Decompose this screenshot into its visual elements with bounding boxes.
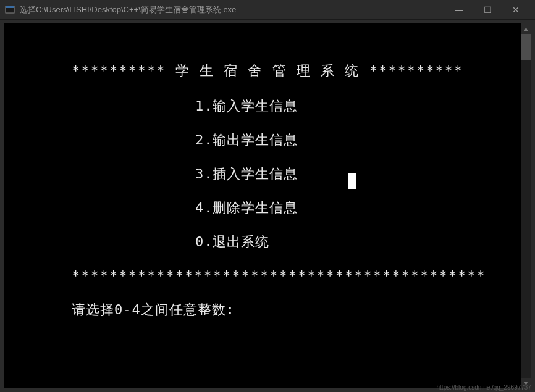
text-cursor xyxy=(348,173,356,189)
scrollbar-thumb[interactable] xyxy=(521,34,531,60)
close-button[interactable]: ✕ xyxy=(502,0,530,20)
menu-item-0: 0.退出系统 xyxy=(4,231,531,252)
window-controls: — ☐ ✕ xyxy=(445,0,530,20)
menu-item-2: 2.输出学生信息 xyxy=(4,130,531,150)
menu-footer: ****************************************… xyxy=(4,265,531,286)
menu-item-3: 3.插入学生信息 xyxy=(4,164,298,184)
console-window: 选择C:\Users\LISHI\Desktop\C++\简易学生宿舍管理系统.… xyxy=(0,0,535,392)
watermark: https://blog.csdn.net/qq_29697737 xyxy=(437,384,531,391)
svg-rect-1 xyxy=(6,6,14,8)
menu-item-4: 4.删除学生信息 xyxy=(4,198,531,218)
maximize-button[interactable]: ☐ xyxy=(473,0,502,20)
window-title: 选择C:\Users\LISHI\Desktop\C++\简易学生宿舍管理系统.… xyxy=(20,4,445,15)
console-content: ********** 学 生 宿 舍 管 理 系 统 ********** 1.… xyxy=(4,23,531,320)
menu-header: ********** 学 生 宿 舍 管 理 系 统 ********** xyxy=(4,60,531,81)
app-icon xyxy=(5,5,15,15)
titlebar: 选择C:\Users\LISHI\Desktop\C++\简易学生宿舍管理系统.… xyxy=(0,0,535,20)
menu-item-1: 1.输入学生信息 xyxy=(4,96,531,116)
console-area[interactable]: ********** 学 生 宿 舍 管 理 系 统 ********** 1.… xyxy=(4,23,531,388)
scrollbar-up-button[interactable]: ▲ xyxy=(521,23,531,34)
minimize-button[interactable]: — xyxy=(445,0,473,20)
input-prompt: 请选择0-4之间任意整数: xyxy=(4,299,531,320)
scrollbar[interactable]: ▲ ▼ xyxy=(521,23,531,388)
